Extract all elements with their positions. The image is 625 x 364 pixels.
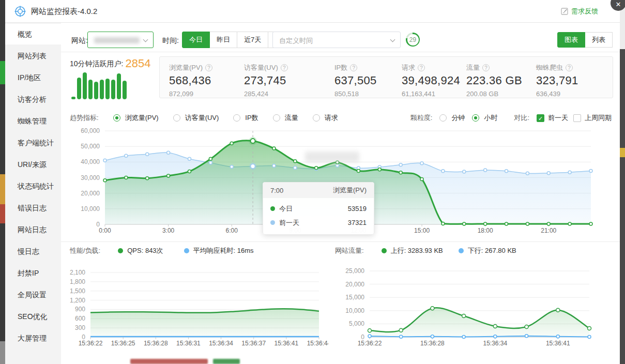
sidebar-item-11[interactable]: 封禁IP bbox=[5, 263, 61, 283]
traffic-chart[interactable]: 05,00010,00015,00020,00025,00015:36:2215… bbox=[335, 266, 617, 351]
metric-radio-3[interactable]: 流量 bbox=[273, 113, 298, 123]
tooltip-metric: 浏览量(PV) bbox=[333, 186, 367, 195]
sidebar-item-4[interactable]: 蜘蛛管理 bbox=[5, 111, 61, 131]
legend-item[interactable]: 平均响应耗时: 16ms bbox=[184, 246, 254, 255]
tooltip-body: 今日53519前一天37321 bbox=[263, 198, 374, 234]
series-dot bbox=[270, 220, 275, 225]
tooltip-time: 7:00 bbox=[270, 187, 283, 194]
sparkline-bar bbox=[100, 80, 104, 99]
radio-icon bbox=[472, 114, 479, 122]
sidebar-item-9[interactable]: 网站日志 bbox=[5, 219, 61, 240]
stat-cell-4: 流量?223.36 GB200.08 GB bbox=[457, 57, 527, 98]
sidebar-item-6[interactable]: URI/来源 bbox=[5, 154, 61, 175]
site-select[interactable] bbox=[87, 32, 154, 48]
sidebar-item-14[interactable]: 大屏管理 bbox=[5, 328, 61, 348]
main-content: 网站: 时间: 今日昨日近7天近30天 自定义时间 29 图表列表 10分钟活跃… bbox=[61, 23, 620, 364]
svg-text:6:00: 6:00 bbox=[226, 227, 238, 234]
stat-cell-2: IP数?637,505850,518 bbox=[325, 57, 392, 98]
granularity-radio-1[interactable]: 小时 bbox=[472, 113, 497, 123]
metric-radio-1[interactable]: 访客量(UV) bbox=[173, 113, 219, 123]
stat-value: 273,745 bbox=[244, 74, 325, 87]
help-icon[interactable]: ? bbox=[281, 64, 288, 71]
help-icon[interactable]: ? bbox=[350, 64, 357, 71]
sidebar-item-13[interactable]: SEO优化 bbox=[5, 306, 61, 327]
chevron-down-icon bbox=[390, 37, 395, 42]
legend-item[interactable]: 下行: 267.80 KB bbox=[459, 246, 516, 255]
svg-text:50,000: 50,000 bbox=[81, 143, 100, 150]
sidebar-item-10[interactable]: 慢日志 bbox=[5, 241, 61, 262]
legend-item[interactable]: 上行: 3283.93 KB bbox=[382, 246, 443, 255]
view-button-0[interactable]: 图表 bbox=[557, 32, 585, 48]
time-button-2[interactable]: 近7天 bbox=[237, 32, 268, 48]
help-icon[interactable]: ? bbox=[418, 64, 425, 71]
refresh-countdown-value: 29 bbox=[407, 34, 419, 46]
feedback-link[interactable]: 需求反馈 bbox=[561, 7, 598, 16]
help-icon[interactable]: ? bbox=[205, 64, 212, 71]
help-icon[interactable]: ? bbox=[566, 64, 573, 71]
stat-cell-0: 浏览量(PV)?568,436872,099 bbox=[160, 57, 235, 98]
time-button-0[interactable]: 今日 bbox=[182, 32, 210, 48]
page-edge-segment bbox=[620, 49, 625, 148]
sidebar-item-5[interactable]: 客户端统计 bbox=[5, 132, 61, 153]
tooltip-row: 前一天37321 bbox=[263, 216, 374, 230]
time-button-1[interactable]: 昨日 bbox=[210, 32, 237, 48]
chart-tooltip: 7:00 浏览量(PV) 今日53519前一天37321 bbox=[263, 182, 374, 235]
metric-radio-0[interactable]: 浏览量(PV) bbox=[113, 113, 159, 123]
sidebar-item-12[interactable]: 全局设置 bbox=[5, 284, 61, 305]
site-label: 网站: bbox=[71, 36, 88, 46]
granularity-radio-0[interactable]: 分钟 bbox=[439, 113, 465, 123]
sidebar-item-1[interactable]: 网站列表 bbox=[5, 46, 61, 66]
svg-text:21:00: 21:00 bbox=[541, 227, 556, 234]
perf-chart[interactable]: 03006009001,2001,5001,8002,10015:36:2215… bbox=[70, 266, 328, 351]
svg-text:15:36:44: 15:36:44 bbox=[307, 340, 328, 347]
custom-time-select[interactable]: 自定义时间 bbox=[272, 32, 401, 48]
sidebar-item-2[interactable]: IP/地区 bbox=[5, 67, 61, 88]
view-button-1[interactable]: 列表 bbox=[585, 32, 613, 48]
sidebar: 概览网站列表IP/地区访客分析蜘蛛管理客户端统计URI/来源状态码统计错误日志网… bbox=[5, 23, 61, 364]
svg-text:20,000: 20,000 bbox=[345, 281, 364, 288]
svg-text:10,000: 10,000 bbox=[345, 307, 364, 314]
sparkline-bar bbox=[105, 79, 110, 99]
custom-time-placeholder: 自定义时间 bbox=[279, 36, 313, 46]
refresh-countdown: 29 bbox=[406, 33, 420, 47]
active-users-label: 10分钟活跃用户:2854 bbox=[70, 57, 150, 70]
sidebar-item-8[interactable]: 错误日志 bbox=[5, 198, 61, 218]
svg-text:15:36:41: 15:36:41 bbox=[274, 340, 298, 347]
sidebar-item-0[interactable]: 概览 bbox=[5, 24, 61, 44]
compare-checkbox-1[interactable]: 上周同期 bbox=[573, 113, 612, 123]
sidebar-item-3[interactable]: 访客分析 bbox=[5, 89, 61, 110]
svg-text:15:36:31: 15:36:31 bbox=[176, 340, 201, 347]
compare-checkbox-0[interactable]: ✓前一天 bbox=[537, 113, 568, 123]
help-icon[interactable]: ? bbox=[482, 64, 490, 71]
svg-text:0:00: 0:00 bbox=[99, 227, 111, 234]
svg-text:15:36:34: 15:36:34 bbox=[209, 340, 233, 347]
svg-text:15:36:34: 15:36:34 bbox=[483, 340, 507, 347]
page-edge-segment bbox=[0, 341, 5, 364]
sparkline-bar bbox=[117, 73, 121, 99]
trend-compare-controls: 颗粒度: 分钟小时 对比: ✓前一天上周同期 bbox=[410, 113, 612, 123]
legend-dot bbox=[382, 248, 387, 253]
svg-text:300: 300 bbox=[75, 324, 85, 331]
trend-metric-label: 趋势指标: bbox=[70, 113, 99, 123]
active-users-sparkline bbox=[71, 71, 133, 99]
section-divider bbox=[61, 241, 620, 242]
metric-radio-4[interactable]: 请求 bbox=[313, 113, 338, 123]
radio-icon bbox=[313, 114, 320, 122]
stat-previous: 61,163,441 bbox=[402, 90, 457, 98]
feedback-note-icon bbox=[561, 8, 568, 15]
legend-item[interactable]: QPS: 843次 bbox=[118, 246, 163, 255]
sparkline-bar bbox=[94, 82, 98, 99]
view-toggle: 图表列表 bbox=[557, 32, 613, 48]
sidebar-item-7[interactable]: 状态码统计 bbox=[5, 176, 61, 196]
page-edge-segment bbox=[620, 157, 625, 364]
sparkline-bar bbox=[123, 81, 127, 99]
page-edge-segment bbox=[0, 174, 5, 204]
stat-label: 请求? bbox=[402, 63, 457, 72]
metric-radio-2[interactable]: IP数 bbox=[233, 113, 258, 123]
stat-previous: 285,424 bbox=[244, 90, 325, 98]
page-edge-segment bbox=[0, 223, 5, 341]
toolbar-divider bbox=[61, 52, 620, 52]
perf-legend: 性能/负载: QPS: 843次平均响应耗时: 16ms bbox=[70, 246, 254, 255]
legend-dot bbox=[459, 248, 464, 253]
svg-text:3:00: 3:00 bbox=[162, 227, 175, 234]
